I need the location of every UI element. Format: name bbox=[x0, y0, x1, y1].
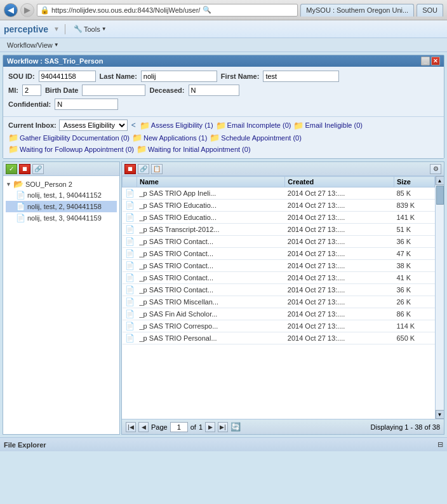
table-row[interactable]: 📄 _p SAS TRIO Correspo... 2014 Oct 27 13… bbox=[123, 320, 435, 332]
inbox-schedule[interactable]: 📁 Schedule Appointment (0) bbox=[210, 133, 302, 142]
confidential-input[interactable] bbox=[55, 99, 118, 110]
inbox-email-incomplete[interactable]: 📁 Email Incomplete (0) bbox=[216, 121, 291, 130]
row-icon: 📄 bbox=[123, 212, 137, 224]
back-button[interactable]: ◀ bbox=[4, 3, 18, 17]
row-created: 2014 Oct 27 13:.... bbox=[285, 272, 394, 284]
address-bar[interactable]: 🔒 https://nolijdev.sou.ous.edu:8443/Noli… bbox=[37, 4, 298, 17]
form-row-1: SOU ID: Last Name: First Name: bbox=[8, 71, 439, 82]
inbox-row-2: 📁 Gather Eligibility Documentation (0) 📁… bbox=[8, 133, 439, 142]
col-name[interactable]: Name bbox=[137, 177, 285, 187]
pagination-bar: |◀ ◀ Page of 1 ▶ ▶| 🔄 Displaying 1 - 38 … bbox=[122, 419, 444, 434]
table-row[interactable]: 📄 _p SAS TRIO Contact... 2014 Oct 27 13:… bbox=[123, 236, 435, 248]
tree-item-2[interactable]: 📄 nolij, test, 2, 940441158 bbox=[6, 201, 117, 212]
file-link-btn[interactable]: 🔗 bbox=[138, 164, 149, 174]
inbox-assess-eligibility[interactable]: 📁 Assess Eligibility (1) bbox=[140, 121, 213, 130]
row-icon: 📄 bbox=[123, 296, 137, 308]
birth-date-input[interactable] bbox=[82, 85, 145, 96]
inbox-initial-appt[interactable]: 📁 Waiting for Initial Appointment (0) bbox=[137, 144, 251, 154]
status-expand-btn[interactable]: ⊟ bbox=[437, 440, 443, 449]
tree-root[interactable]: ▼ 📂 SOU_Person 2 bbox=[6, 179, 117, 189]
table-row[interactable]: 📄 _p SAS Transcript-2012... 2014 Oct 27 … bbox=[123, 224, 435, 236]
inbox-dropdown[interactable]: Assess Eligibility bbox=[59, 119, 128, 131]
tools-icon: 🔧 bbox=[74, 25, 83, 33]
inbox-followup[interactable]: 📁 Waiting for Followup Appointment (0) bbox=[8, 144, 134, 154]
table-row[interactable]: 📄 _p SAS TRIO Contact... 2014 Oct 27 13:… bbox=[123, 260, 435, 272]
inbox-nav-prev[interactable]: < bbox=[130, 121, 137, 130]
display-count: Displaying 1 - 38 of 38 bbox=[371, 423, 440, 431]
tree-item-3-icon: 📄 bbox=[16, 214, 25, 222]
tree-check-btn[interactable]: ✓ bbox=[6, 164, 17, 174]
tree-item-1[interactable]: 📄 nolij, test, 1, 940441152 bbox=[6, 189, 117, 201]
deceased-label: Deceased: bbox=[149, 86, 184, 94]
inbox-email-ineligible[interactable]: 📁 Email Ineligible (0) bbox=[293, 121, 362, 130]
table-row[interactable]: 📄 _p SAS TRIO Miscellan... 2014 Oct 27 1… bbox=[123, 296, 435, 308]
last-name-input[interactable] bbox=[141, 71, 217, 82]
forward-button[interactable]: ▶ bbox=[20, 3, 34, 17]
col-created[interactable]: Created bbox=[285, 177, 394, 187]
table-row[interactable]: 📄 _p SAS TRIO Contact... 2014 Oct 27 13:… bbox=[123, 284, 435, 296]
row-name: _p SAS TRIO Contact... bbox=[137, 260, 285, 272]
first-name-input[interactable] bbox=[263, 71, 339, 82]
tools-label: Tools bbox=[84, 25, 100, 33]
row-icon: 📄 bbox=[123, 284, 137, 296]
row-icon: 📄 bbox=[123, 236, 137, 248]
row-created: 2014 Oct 27 13:.... bbox=[285, 224, 394, 236]
tree-item-3[interactable]: 📄 nolij, test, 3, 940441159 bbox=[6, 212, 117, 224]
tree-root-label: SOU_Person 2 bbox=[25, 180, 72, 188]
row-created: 2014 Oct 27 13:.... bbox=[285, 187, 394, 200]
folder-icon-assess: 📁 bbox=[140, 121, 150, 130]
tools-menu[interactable]: 🔧 Tools ▼ bbox=[70, 24, 110, 34]
table-row[interactable]: 📄 _p SAS TRIO Personal... 2014 Oct 27 13… bbox=[123, 332, 435, 344]
inbox-gather-label: Gather Eligibility Documentation (0) bbox=[20, 134, 130, 142]
page-last-btn[interactable]: ▶| bbox=[218, 422, 228, 432]
page-next-btn[interactable]: ▶ bbox=[205, 422, 215, 432]
row-created: 2014 Oct 27 13:.... bbox=[285, 236, 394, 248]
file-stop-btn[interactable]: ⏹ bbox=[124, 164, 136, 174]
app-logo: perceptive bbox=[4, 24, 48, 34]
row-created: 2014 Oct 27 13:.... bbox=[285, 320, 394, 332]
form-section: SOU ID: Last Name: First Name: MI: Birth… bbox=[3, 67, 444, 116]
tab-mysou[interactable]: MySOU : Southern Oregon Uni... bbox=[300, 4, 414, 17]
table-row[interactable]: 📄 _p SAS TRIO Educatio... 2014 Oct 27 13… bbox=[123, 200, 435, 212]
table-row[interactable]: 📄 _p SAS Fin Aid Scholor... 2014 Oct 27 … bbox=[123, 308, 435, 320]
row-icon: 📄 bbox=[123, 260, 137, 272]
tree-link-btn[interactable]: 🔗 bbox=[32, 164, 44, 174]
table-row[interactable]: 📄 _p SAS TRIO App Ineli... 2014 Oct 27 1… bbox=[123, 187, 435, 200]
row-size: 839 K bbox=[394, 200, 434, 212]
table-row[interactable]: 📄 _p SAS TRIO Contact... 2014 Oct 27 13:… bbox=[123, 272, 435, 284]
row-name: _p SAS TRIO Miscellan... bbox=[137, 296, 285, 308]
workflow-view-label: Workflow/View bbox=[7, 41, 53, 49]
page-first-btn[interactable]: |◀ bbox=[126, 422, 136, 432]
inbox-new-apps[interactable]: 📁 New Applications (1) bbox=[132, 133, 207, 142]
total-pages: 1 bbox=[199, 423, 203, 431]
vertical-scrollbar[interactable]: ▲ ▼ bbox=[435, 176, 444, 419]
row-icon: 📄 bbox=[123, 187, 137, 200]
minimize-button[interactable]: _ bbox=[421, 57, 430, 65]
inbox-gather-docs[interactable]: 📁 Gather Eligibility Documentation (0) bbox=[8, 133, 130, 142]
mi-input[interactable] bbox=[22, 85, 41, 96]
table-row[interactable]: 📄 _p SAS TRIO Contact... 2014 Oct 27 13:… bbox=[123, 248, 435, 260]
col-size[interactable]: Size bbox=[394, 177, 434, 187]
table-row[interactable]: 📄 _p SAS TRIO Educatio... 2014 Oct 27 13… bbox=[123, 212, 435, 224]
tree-stop-btn[interactable]: ⏹ bbox=[19, 164, 30, 174]
row-size: 26 K bbox=[394, 296, 434, 308]
deceased-input[interactable] bbox=[189, 85, 239, 96]
scroll-down-arrow[interactable]: ▼ bbox=[436, 410, 444, 419]
sou-id-input[interactable] bbox=[39, 71, 96, 82]
of-label: of bbox=[190, 423, 196, 431]
inbox-section: Current Inbox: Assess Eligibility < 📁 As… bbox=[3, 116, 444, 158]
row-icon: 📄 bbox=[123, 200, 137, 212]
row-icon: 📄 bbox=[123, 272, 137, 284]
current-inbox-label: Current Inbox: bbox=[8, 121, 57, 129]
scroll-thumb[interactable] bbox=[436, 186, 444, 205]
page-input[interactable] bbox=[170, 422, 188, 432]
refresh-button[interactable]: 🔄 bbox=[230, 422, 241, 432]
close-button[interactable]: ✕ bbox=[431, 57, 440, 65]
tab-sou[interactable]: SOU bbox=[417, 4, 443, 17]
file-stack-btn[interactable]: 📋 bbox=[151, 164, 163, 174]
page-prev-btn[interactable]: ◀ bbox=[138, 422, 149, 432]
scroll-up-arrow[interactable]: ▲ bbox=[436, 176, 444, 185]
file-gear-btn[interactable]: ⚙ bbox=[430, 164, 441, 174]
row-name: _p SAS TRIO Contact... bbox=[137, 236, 285, 248]
workflow-view-menu[interactable]: Workflow/View ▼ bbox=[4, 40, 62, 50]
